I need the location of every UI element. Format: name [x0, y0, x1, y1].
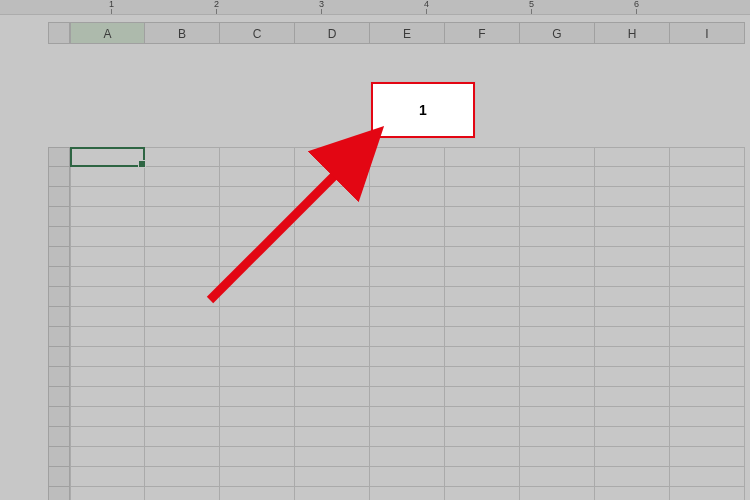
cell[interactable]	[670, 447, 745, 467]
cell[interactable]	[145, 367, 220, 387]
cell[interactable]	[595, 187, 670, 207]
cell[interactable]	[520, 147, 595, 167]
cell[interactable]	[520, 187, 595, 207]
cell[interactable]	[595, 227, 670, 247]
cell[interactable]	[445, 147, 520, 167]
cell[interactable]	[370, 307, 445, 327]
cell[interactable]	[520, 347, 595, 367]
cell[interactable]	[220, 267, 295, 287]
cell[interactable]	[220, 467, 295, 487]
row-header[interactable]	[48, 267, 70, 287]
cell[interactable]	[220, 227, 295, 247]
row-header[interactable]	[48, 167, 70, 187]
select-all-corner[interactable]	[48, 22, 70, 44]
cell[interactable]	[445, 327, 520, 347]
cell[interactable]	[70, 467, 145, 487]
row-header[interactable]	[48, 327, 70, 347]
cell-grid[interactable]	[70, 147, 745, 500]
cell[interactable]	[70, 427, 145, 447]
cell[interactable]	[595, 427, 670, 447]
cell[interactable]	[520, 247, 595, 267]
row-header[interactable]	[48, 347, 70, 367]
cell[interactable]	[295, 167, 370, 187]
cell[interactable]	[670, 207, 745, 227]
cell[interactable]	[445, 207, 520, 227]
cell[interactable]	[370, 347, 445, 367]
cell[interactable]	[295, 327, 370, 347]
cell[interactable]	[520, 447, 595, 467]
row-header[interactable]	[48, 207, 70, 227]
cell[interactable]	[70, 327, 145, 347]
cell[interactable]	[70, 267, 145, 287]
cell[interactable]	[670, 187, 745, 207]
cell[interactable]	[295, 427, 370, 447]
cell[interactable]	[295, 387, 370, 407]
cell[interactable]	[370, 247, 445, 267]
cell[interactable]	[595, 367, 670, 387]
cell[interactable]	[520, 267, 595, 287]
cell[interactable]	[70, 347, 145, 367]
cell[interactable]	[145, 287, 220, 307]
cell[interactable]	[595, 167, 670, 187]
cell[interactable]	[220, 207, 295, 227]
column-header-I[interactable]: I	[670, 22, 745, 44]
cell[interactable]	[445, 347, 520, 367]
cell[interactable]	[220, 407, 295, 427]
cell[interactable]	[445, 187, 520, 207]
cell[interactable]	[70, 247, 145, 267]
cell[interactable]	[295, 487, 370, 500]
column-header-A[interactable]: A	[70, 22, 145, 44]
cell[interactable]	[70, 227, 145, 247]
cell[interactable]	[295, 347, 370, 367]
row-header[interactable]	[48, 287, 70, 307]
cell[interactable]	[595, 207, 670, 227]
column-header-D[interactable]: D	[295, 22, 370, 44]
cell[interactable]	[220, 427, 295, 447]
cell[interactable]	[670, 247, 745, 267]
cell[interactable]	[520, 207, 595, 227]
cell[interactable]	[520, 467, 595, 487]
cell[interactable]	[70, 167, 145, 187]
cell[interactable]	[445, 427, 520, 447]
cell[interactable]	[370, 227, 445, 247]
cell[interactable]	[220, 347, 295, 367]
cell[interactable]	[670, 327, 745, 347]
row-header[interactable]	[48, 487, 70, 500]
cell[interactable]	[370, 187, 445, 207]
cell[interactable]	[670, 267, 745, 287]
cell[interactable]	[370, 407, 445, 427]
cell[interactable]	[445, 267, 520, 287]
cell[interactable]	[295, 247, 370, 267]
cell[interactable]	[595, 387, 670, 407]
cell[interactable]	[370, 167, 445, 187]
cell[interactable]	[670, 467, 745, 487]
cell[interactable]	[145, 247, 220, 267]
cell[interactable]	[220, 167, 295, 187]
row-header[interactable]	[48, 447, 70, 467]
row-header[interactable]	[48, 307, 70, 327]
cell[interactable]	[595, 287, 670, 307]
cell[interactable]	[670, 307, 745, 327]
cell[interactable]	[370, 327, 445, 347]
cell[interactable]	[445, 167, 520, 187]
cell[interactable]	[220, 367, 295, 387]
row-header[interactable]	[48, 387, 70, 407]
cell[interactable]	[445, 247, 520, 267]
cell[interactable]	[145, 187, 220, 207]
cell[interactable]	[220, 387, 295, 407]
cell[interactable]	[70, 407, 145, 427]
cell[interactable]	[370, 267, 445, 287]
cell[interactable]	[595, 327, 670, 347]
cell[interactable]	[70, 287, 145, 307]
cell[interactable]	[70, 367, 145, 387]
cell[interactable]	[670, 167, 745, 187]
cell[interactable]	[295, 467, 370, 487]
cell[interactable]	[295, 287, 370, 307]
cell[interactable]	[145, 347, 220, 367]
cell[interactable]	[70, 447, 145, 467]
cell[interactable]	[295, 207, 370, 227]
cell[interactable]	[70, 207, 145, 227]
cell[interactable]	[370, 427, 445, 447]
row-header[interactable]	[48, 407, 70, 427]
cell[interactable]	[670, 387, 745, 407]
